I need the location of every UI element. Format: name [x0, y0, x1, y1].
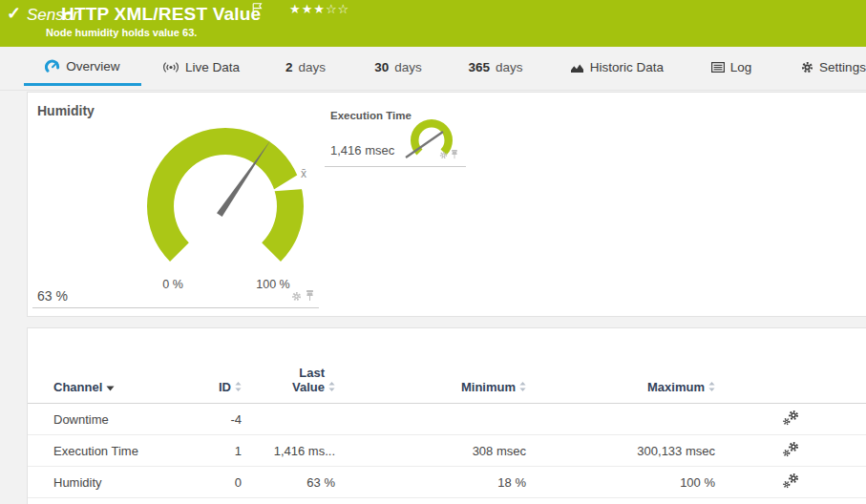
tab-log-label: Log	[730, 60, 752, 74]
table-row-downtime[interactable]: Downtime -4	[28, 404, 866, 435]
channel-id: 1	[184, 444, 242, 458]
channel-id: 0	[184, 475, 242, 490]
channel-name: Execution Time	[28, 444, 184, 458]
overview-gauges-panel: Humidity 0 % 100 % 63 % x̄ Execution T	[27, 92, 866, 317]
tab-settings[interactable]: Settings	[800, 49, 866, 86]
channel-id: -4	[184, 412, 242, 427]
channel-settings-gears-icon[interactable]	[782, 410, 800, 426]
tab-historic-data-label: Historic Data	[590, 60, 664, 74]
channel-settings-gears-icon[interactable]	[782, 472, 800, 489]
gear-icon	[801, 61, 813, 74]
channel-minimum: 18 %	[335, 475, 526, 490]
pin-icon[interactable]	[306, 290, 314, 302]
tab-2-days-number: 2	[285, 60, 293, 74]
sort-toggle-icon	[235, 382, 242, 394]
humidity-gauge-title: Humidity	[37, 103, 95, 118]
execution-time-current-value: 1,416 msec	[330, 143, 394, 158]
humidity-scale-min-label: 0 %	[149, 278, 197, 291]
gauge-settings-gear-icon[interactable]	[439, 151, 448, 159]
priority-stars[interactable]: ★★★☆☆	[289, 2, 349, 16]
column-header-channel[interactable]: Channel	[28, 328, 184, 403]
channel-settings-gears-icon[interactable]	[782, 441, 800, 457]
tab-30-days-label: days	[394, 60, 422, 74]
channel-name: Humidity	[28, 475, 184, 490]
execution-time-panel-divider	[325, 166, 466, 167]
channel-table-header: Channel ID Last Value Minimum Maximum	[28, 328, 866, 404]
execution-time-panel-actions	[439, 150, 458, 159]
sensor-status-message: Node humidity holds value 63.	[46, 27, 197, 38]
channel-table-panel: Channel ID Last Value Minimum Maximum	[27, 327, 866, 504]
broadcast-icon	[162, 61, 180, 74]
channel-maximum: 100 %	[526, 475, 715, 490]
sort-toggle-icon	[708, 382, 715, 394]
column-header-actions	[715, 328, 866, 403]
execution-time-gauge-title: Execution Time	[330, 110, 412, 121]
sort-desc-icon	[106, 386, 115, 394]
channel-minimum: 308 msec	[335, 444, 526, 458]
column-header-maximum[interactable]: Maximum	[526, 328, 715, 403]
tab-30-days-number: 30	[374, 60, 389, 74]
status-ok-check-icon: ✓	[7, 3, 21, 24]
flag-icon[interactable]	[252, 3, 263, 13]
channel-maximum: 300,133 msec	[526, 444, 715, 458]
humidity-scale-max-label: 100 %	[249, 278, 297, 291]
tab-overview[interactable]: Overview	[24, 49, 141, 86]
channel-last-value: 1,416 ms...	[242, 444, 335, 458]
tab-log[interactable]: Log	[708, 49, 754, 86]
area-chart-icon	[570, 62, 584, 74]
channel-last-value: 63 %	[242, 475, 335, 490]
humidity-average-marker-label: x̄	[301, 167, 306, 180]
tab-settings-label: Settings	[819, 60, 866, 74]
tab-2-days-label: days	[298, 60, 326, 74]
sensor-status-header: ✓ Sensor HTTP XML/REST Value ★★★☆☆ Node …	[0, 0, 866, 47]
tab-live-data-label: Live Data	[185, 60, 240, 74]
column-header-minimum[interactable]: Minimum	[335, 328, 526, 403]
humidity-gauge-arc	[147, 128, 304, 262]
pin-icon[interactable]	[451, 150, 458, 159]
gauge-overview-icon	[45, 59, 60, 74]
tab-30-days[interactable]: 30 days	[370, 49, 426, 86]
priority-stars-empty: ☆☆	[326, 2, 349, 16]
humidity-panel-divider	[32, 307, 319, 308]
tab-historic-data[interactable]: Historic Data	[565, 49, 668, 86]
log-list-icon	[711, 62, 725, 73]
sensor-tabbar: Overview Live Data 2 days 30 days 365 da…	[0, 47, 866, 91]
humidity-panel-actions	[291, 290, 314, 302]
sort-toggle-icon	[328, 382, 335, 394]
tab-365-days[interactable]: 365 days	[467, 49, 524, 86]
tab-live-data[interactable]: Live Data	[156, 49, 246, 86]
sort-toggle-icon	[519, 382, 526, 394]
humidity-current-value: 63 %	[37, 288, 68, 304]
table-row-humidity[interactable]: Humidity 0 63 % 18 % 100 %	[28, 467, 866, 498]
column-header-id[interactable]: ID	[184, 328, 242, 403]
tab-365-days-number: 365	[468, 60, 490, 74]
table-row-execution-time[interactable]: Execution Time 1 1,416 ms... 308 msec 30…	[28, 435, 866, 467]
tab-365-days-label: days	[496, 60, 523, 74]
channel-name: Downtime	[28, 412, 184, 427]
gauge-settings-gear-icon[interactable]	[291, 291, 302, 302]
priority-stars-filled: ★★★	[289, 2, 326, 16]
sensor-title: HTTP XML/REST Value	[61, 4, 261, 25]
column-header-last-value[interactable]: Last Value	[242, 328, 335, 403]
tab-2-days[interactable]: 2 days	[280, 49, 331, 86]
tab-overview-label: Overview	[66, 59, 119, 74]
prtg-sensor-page: { "colors": { "status_up_green": "#a4c20…	[0, 0, 866, 504]
